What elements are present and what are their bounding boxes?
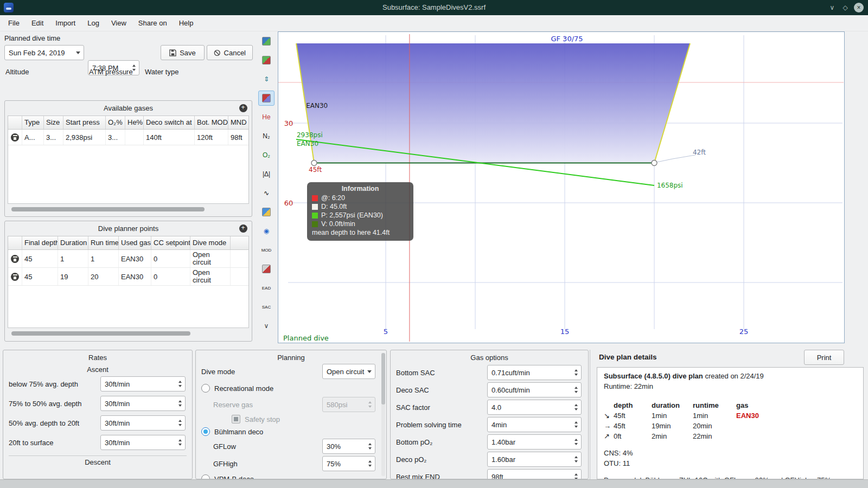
mod-icon[interactable]: MOD (258, 242, 275, 258)
salinity-icon[interactable]: ◉ (258, 223, 275, 239)
sac-factor-label: SAC factor (396, 403, 430, 412)
delete-point-icon[interactable] (11, 255, 19, 263)
problem-time-spinner[interactable]: 4min (487, 417, 582, 432)
y-tick-label: 30 (284, 119, 293, 127)
close-icon[interactable]: × (854, 3, 864, 12)
po2-partial-icon[interactable]: O₂ (258, 147, 275, 163)
dive-mode-select[interactable]: Open circuit (322, 364, 375, 379)
titlebar: Subsurface: SampleDivesV2.ssrf ∨ ◇ × (0, 0, 868, 15)
delete-gas-icon[interactable] (11, 133, 19, 142)
gases-horizontal-scrollbar[interactable] (11, 207, 205, 211)
dive-point-handle[interactable] (311, 160, 317, 166)
sac-factor-spinner[interactable]: 4.0 (487, 400, 582, 415)
ead-icon[interactable]: EAD (258, 280, 275, 296)
horizontal-scrollbar[interactable] (0, 479, 868, 488)
menu-file[interactable]: File (2, 16, 25, 30)
chart-label: 2938psi (297, 131, 323, 139)
save-button[interactable]: Save (161, 45, 205, 60)
segment-arrow: ↘ (604, 410, 614, 421)
altitude-label: Altitude (5, 68, 29, 76)
dive-mode-label: Dive mode (201, 368, 235, 376)
tooltip-title: Information (312, 185, 409, 192)
phe-graph-icon[interactable]: He (258, 110, 275, 125)
gases-table-header: Type Size Start press O₂% He% Deco switc… (8, 116, 248, 130)
photos-icon[interactable] (258, 204, 275, 220)
dive-planner-points-title: Dive planner points (5, 221, 252, 233)
maximize-icon[interactable]: ◇ (840, 2, 851, 13)
rate-20ft-surface-spin[interactable]: 30ft/min (100, 435, 186, 450)
profile-toolbar: ⇕HeN₂O₂|Δ|∿◉MODEADSAC∨ (255, 31, 278, 347)
date-selector[interactable]: Sun Feb 24, 2019 (4, 45, 84, 60)
planning-title: Planning (196, 350, 386, 362)
dive-plan-title: Dive plan details (599, 353, 657, 361)
planning-panel: Planning Dive mode Open circuit Recreati… (195, 350, 387, 479)
recreational-radio[interactable] (201, 384, 210, 393)
cancel-icon (214, 49, 221, 56)
planner-point-row[interactable]: 45 1 1 EAN30 0 Open circuit (8, 250, 248, 268)
plan-otu: OTU: 11 (604, 458, 857, 468)
bottom-po2-spinner[interactable]: 1.40bar (487, 434, 582, 450)
safety-stop-label: Safety stop (245, 415, 280, 423)
plan-deco-model: Deco model: Bühlmann ZHL-16C with GFLow … (604, 475, 857, 479)
x-tick-label: 25 (739, 328, 749, 336)
planner-point-row[interactable]: 45 19 20 EAN30 0 Open circuit (8, 268, 248, 286)
menu-import[interactable]: Import (49, 16, 81, 30)
deco-po2-spinner[interactable]: 1.60bar (487, 452, 582, 467)
delete-point-icon[interactable] (11, 273, 19, 281)
rate-50-20ft-spin[interactable]: 30ft/min (100, 415, 186, 431)
menu-share-on[interactable]: Share on (132, 16, 173, 30)
pn2-graph-icon[interactable]: N₂ (258, 129, 275, 144)
ascent-section-label: Ascent (3, 365, 192, 374)
tooltip-row: P: 2,557psi (EAN30) (312, 211, 409, 220)
tooltip-row: V: 0.0ft/min (312, 220, 409, 228)
tissues-icon[interactable]: |Δ| (258, 166, 275, 182)
buhlmann-label: Bühlmann deco (214, 428, 263, 436)
chart-tooltip: Information@: 6:20D: 45.0ftP: 2,557psi (… (307, 182, 413, 241)
deco-po2-label: Deco pO₂ (396, 455, 426, 464)
heartrate-icon[interactable]: ∿ (258, 185, 275, 201)
planning-scrollbar[interactable] (381, 353, 385, 476)
dive-profile-chart[interactable]: 515253060EAN302938psiEAN3045ft1658psi42f… (278, 31, 845, 343)
buhlmann-radio[interactable] (201, 427, 210, 436)
vpmb-radio[interactable] (201, 474, 210, 479)
gfhigh-spinner[interactable]: 75% (322, 456, 375, 471)
ruler-icon[interactable]: ⇕ (258, 72, 275, 87)
x-tick-label: 5 (384, 328, 388, 336)
deco-sac-spinner[interactable]: 0.60cuft/min (487, 382, 582, 397)
cancel-button[interactable]: Cancel (207, 45, 253, 60)
points-table-header: Final depth Duration Run time Used gas C… (8, 236, 248, 250)
add-gas-button[interactable] (239, 104, 247, 112)
profile-view-icon[interactable] (258, 34, 275, 49)
best-mix-end-spinner[interactable]: 98ft (487, 469, 582, 479)
sac-icon[interactable]: SAC (258, 299, 275, 314)
bottom-sac-label: Bottom SAC (396, 369, 435, 377)
points-horizontal-scrollbar[interactable] (11, 331, 190, 336)
deco-sac-label: Deco SAC (396, 386, 429, 394)
gas-table-row[interactable]: A... 3... 2,938psi 3... 140ft 120ft 98ft (8, 130, 248, 145)
menu-edit[interactable]: Edit (25, 16, 49, 30)
add-point-button[interactable] (239, 224, 247, 233)
plan-runtime: Runtime: 22min (604, 381, 857, 391)
menu-log[interactable]: Log (81, 16, 105, 30)
water-type-label: Water type (145, 68, 178, 76)
bottom-sac-spinner[interactable]: 0.71cuft/min (487, 365, 582, 380)
menubar: FileEditImportLogViewShare onHelp (0, 15, 868, 31)
titlebar-menu-icon[interactable]: ∨ (827, 2, 838, 13)
print-button[interactable]: Print (804, 350, 844, 365)
dive-planner-points-group: Dive planner points Final depth Duration… (4, 221, 252, 342)
menu-view[interactable]: View (105, 16, 132, 30)
po2-graph-icon[interactable] (258, 53, 275, 68)
y-tick-label: 60 (284, 199, 293, 207)
ndl-icon[interactable] (258, 261, 275, 277)
tooltip-row: @: 6:20 (312, 194, 409, 202)
problem-time-label: Problem solving time (396, 421, 462, 429)
rate-below-75-spin[interactable]: 30ft/min (100, 376, 186, 391)
scroll-down-icon[interactable]: ∨ (258, 318, 275, 333)
ceiling-icon[interactable] (258, 91, 275, 106)
plan-heading: Subsurface (4.8.5.0) dive plan created o… (604, 371, 857, 381)
rate-75-50-spin[interactable]: 30ft/min (100, 396, 186, 411)
panel-divider (590, 350, 590, 479)
gflow-spinner[interactable]: 30% (322, 439, 375, 454)
menu-help[interactable]: Help (173, 16, 200, 30)
dive-point-handle[interactable] (652, 160, 657, 166)
